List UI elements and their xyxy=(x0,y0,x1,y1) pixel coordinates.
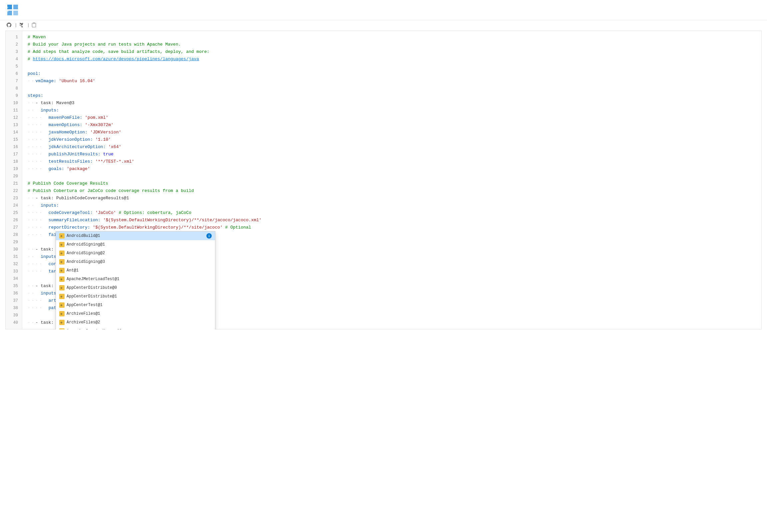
code-line-5[interactable] xyxy=(22,63,761,70)
line-number-11: 11 xyxy=(6,107,22,114)
line-number-25: 25 xyxy=(6,209,22,217)
line-number-24: 24 xyxy=(6,202,22,209)
dropdown-item-label: AndroidSigning@2 xyxy=(67,250,105,256)
svg-text:⚙: ⚙ xyxy=(61,278,62,281)
line-number-39: 39 xyxy=(6,312,22,319)
line-number-33: 33 xyxy=(6,268,22,275)
line-number-2: 2 xyxy=(6,41,22,48)
svg-rect-3 xyxy=(13,11,18,15)
code-line-9[interactable]: steps: xyxy=(22,92,761,99)
task-icon: ⚙ xyxy=(59,242,65,247)
branch-icon xyxy=(19,23,24,27)
code-line-20[interactable] xyxy=(22,173,761,180)
dropdown-item-AndroidSigning@1[interactable]: ⚙AndroidSigning@1 xyxy=(56,240,215,249)
task-icon: ⚙ xyxy=(59,302,65,308)
dropdown-item-label: ArchiveFiles@1 xyxy=(67,311,100,317)
dropdown-item-label: AndroidSigning@1 xyxy=(67,242,105,248)
code-line-2[interactable]: # Build your Java projects and run tests… xyxy=(22,41,761,48)
link[interactable]: https://docs.microsoft.com/azure/devops/… xyxy=(33,56,199,63)
svg-text:⚙: ⚙ xyxy=(61,286,62,289)
task-icon: ⚙ xyxy=(59,320,65,325)
dropdown-item-label: AzureAppServiceManage@0 xyxy=(67,328,122,329)
line-number-17: 17 xyxy=(6,151,22,158)
line-number-37: 37 xyxy=(6,297,22,304)
svg-text:⊞: ⊞ xyxy=(7,10,8,13)
dropdown-item-AppCenterDistribute@0[interactable]: ⚙AppCenterDistribute@0 xyxy=(56,283,215,292)
code-line-4[interactable]: # https://docs.microsoft.com/azure/devop… xyxy=(22,56,761,63)
svg-text:⚙: ⚙ xyxy=(61,321,62,324)
line-number-23: 23 xyxy=(6,195,22,202)
dropdown-item-AndroidSigning@2[interactable]: ⚙AndroidSigning@2 xyxy=(56,249,215,258)
code-line-24[interactable]: ·· inputs: xyxy=(22,202,761,209)
line-number-16: 16 xyxy=(6,143,22,151)
line-number-7: 7 xyxy=(6,78,22,85)
code-line-1[interactable]: # Maven xyxy=(22,34,761,41)
dropdown-item-ArchiveFiles@2[interactable]: ⚙ArchiveFiles@2 xyxy=(56,318,215,327)
line-number-29: 29 xyxy=(6,239,22,246)
line-number-26: 26 xyxy=(6,217,22,224)
code-line-19[interactable]: ···· goals: 'package' xyxy=(22,165,761,173)
svg-text:⚙: ⚙ xyxy=(61,261,62,264)
code-line-11[interactable]: ·· inputs: xyxy=(22,107,761,114)
line-number-35: 35 xyxy=(6,282,22,290)
dropdown-item-AndroidSigning@3[interactable]: ⚙AndroidSigning@3 xyxy=(56,258,215,266)
info-badge[interactable]: i xyxy=(206,233,212,239)
dropdown-item-AzureAppServiceManage@0[interactable]: ⚙AzureAppServiceManage@0 xyxy=(56,327,215,329)
code-line-21[interactable]: # Publish Code Coverage Results xyxy=(22,180,761,187)
svg-rect-28 xyxy=(60,329,64,329)
line-number-28: 28 xyxy=(6,231,22,239)
code-line-27[interactable]: ···· reportDirectory: '$(System.DefaultW… xyxy=(22,224,761,231)
code-line-23[interactable]: ··- task: PublishCodeCoverageResults@1 xyxy=(22,195,761,202)
line-number-18: 18 xyxy=(6,158,22,165)
dropdown-item-Ant@1[interactable]: ⚙Ant@1 xyxy=(56,266,215,275)
line-number-1: 1 xyxy=(6,34,22,41)
dropdown-item-AppCenterTest@1[interactable]: ⚙AppCenterTest@1 xyxy=(56,301,215,309)
breadcrumb: | | xyxy=(0,20,767,31)
code-line-12[interactable]: ···· mavenPomFile: 'pom.xml' xyxy=(22,114,761,121)
code-line-8[interactable] xyxy=(22,85,761,92)
branch-link[interactable] xyxy=(19,23,25,27)
code-line-17[interactable]: ···· publishJUnitResults: true xyxy=(22,151,761,158)
github-icon xyxy=(7,23,11,27)
dropdown-item-ApacheJMeterLoadTest@1[interactable]: ⚙ApacheJMeterLoadTest@1 xyxy=(56,275,215,283)
code-line-18[interactable]: ···· testResultsFiles: '**/TEST-*.xml' xyxy=(22,158,761,165)
svg-text:⚙: ⚙ xyxy=(61,312,62,315)
line-number-32: 32 xyxy=(6,261,22,268)
task-icon: ⚙ xyxy=(59,259,65,265)
dropdown-item-ArchiveFiles@1[interactable]: ⚙ArchiveFiles@1 xyxy=(56,309,215,318)
code-line-7[interactable]: ··vmImage: 'Ubuntu 16.04' xyxy=(22,78,761,85)
task-icon: ⚙ xyxy=(59,251,65,256)
code-line-16[interactable]: ···· jdkArchitectureOption: 'x64' xyxy=(22,143,761,151)
dropdown-item-AppCenterDistribute@1[interactable]: ⚙AppCenterDistribute@1 xyxy=(56,292,215,301)
dropdown-item-label: ApacheJMeterLoadTest@1 xyxy=(67,276,119,282)
dropdown-item-AndroidBuild@1[interactable]: ⚙AndroidBuild@1i xyxy=(56,232,215,240)
task-icon: ⚙ xyxy=(59,311,65,316)
line-number-36: 36 xyxy=(6,290,22,297)
file-icon xyxy=(32,23,36,27)
code-line-25[interactable]: ···· codeCoverageTool: 'JaCoCo' # Option… xyxy=(22,209,761,217)
line-number-19: 19 xyxy=(6,165,22,173)
code-line-10[interactable]: ··- task: Maven@3 xyxy=(22,99,761,107)
code-line-6[interactable]: pool: xyxy=(22,70,761,78)
task-icon: ⚙ xyxy=(59,294,65,299)
task-icon: ⚙ xyxy=(59,233,65,239)
code-line-3[interactable]: # Add steps that analyze code, save buil… xyxy=(22,48,761,56)
code-line-13[interactable]: ···· mavenOptions: '-Xmx3072m' xyxy=(22,121,761,129)
line-number-40: 40 xyxy=(6,319,22,326)
line-number-14: 14 xyxy=(6,129,22,136)
autocomplete-dropdown[interactable]: ⚙AndroidBuild@1i⚙AndroidSigning@1⚙Androi… xyxy=(56,231,215,329)
code-line-15[interactable]: ···· jdkVersionOption: '1.10' xyxy=(22,136,761,143)
line-number-8: 8 xyxy=(6,85,22,92)
line-numbers: 1234567891011121314151617181920212223242… xyxy=(6,31,22,329)
svg-rect-1 xyxy=(13,5,18,9)
line-number-21: 21 xyxy=(6,180,22,187)
line-number-13: 13 xyxy=(6,121,22,129)
dropdown-item-label: AppCenterTest@1 xyxy=(67,302,102,308)
line-number-4: 4 xyxy=(6,56,22,63)
code-line-26[interactable]: ···· summaryFileLocation: '$(System.Defa… xyxy=(22,217,761,224)
code-line-22[interactable]: # Publish Cobertura or JaCoCo code cover… xyxy=(22,187,761,195)
line-number-38: 38 xyxy=(6,304,22,312)
code-line-14[interactable]: ···· javaHomeOption: 'JDKVersion' xyxy=(22,129,761,136)
repo-link[interactable] xyxy=(7,23,13,27)
file-link[interactable] xyxy=(32,23,38,27)
